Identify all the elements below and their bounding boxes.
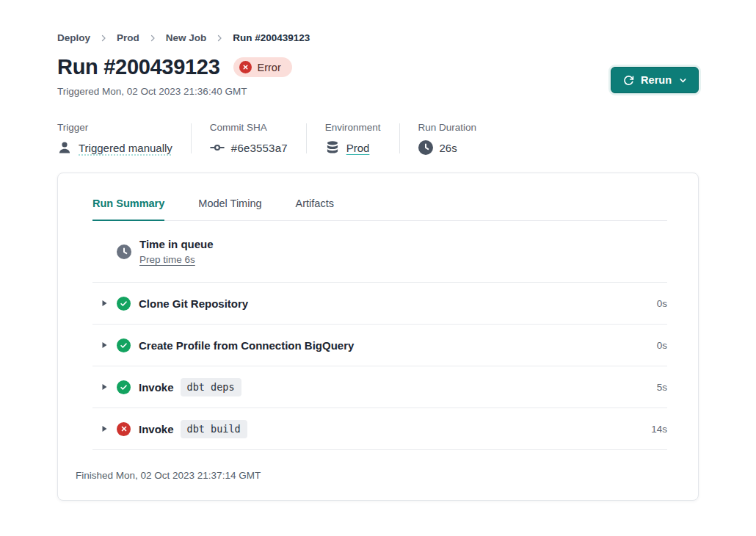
- clock-icon: [117, 245, 131, 259]
- queue-row: Time in queue Prep time 6s: [92, 221, 667, 283]
- person-icon: [57, 140, 72, 155]
- chevron-right-icon: [215, 34, 224, 43]
- meta-trigger-label: Trigger: [57, 122, 172, 133]
- refresh-icon: [623, 75, 634, 86]
- step-row-clone-git[interactable]: Clone Git Repository 0s: [92, 283, 667, 325]
- expand-caret-icon[interactable]: [100, 424, 109, 434]
- rerun-button[interactable]: Rerun: [611, 67, 699, 93]
- step-row-dbt-deps[interactable]: Invoke dbt deps 5s: [92, 366, 667, 408]
- command-chip: dbt deps: [181, 378, 241, 396]
- step-row-create-profile[interactable]: Create Profile from Connection BigQuery …: [92, 325, 667, 366]
- meta-duration: Run Duration 26s: [400, 122, 495, 155]
- run-meta-row: Trigger Triggered manually Commit SHA #6…: [57, 122, 699, 155]
- step-duration: 0s: [657, 298, 667, 309]
- step-duration: 5s: [657, 382, 667, 393]
- tab-bar: Run Summary Model Timing Artifacts: [92, 173, 667, 221]
- chevron-down-icon: [678, 76, 688, 85]
- rerun-button-label: Rerun: [641, 74, 672, 86]
- meta-environment: Environment Prod: [307, 122, 399, 155]
- run-detail-page: Deploy Prod New Job Run #200439123 Run #…: [0, 0, 756, 536]
- status-badge-label: Error: [258, 62, 281, 73]
- tab-artifacts[interactable]: Artifacts: [296, 198, 334, 220]
- expand-caret-icon[interactable]: [100, 298, 109, 308]
- success-check-icon: [117, 380, 131, 394]
- success-check-icon: [117, 297, 131, 311]
- meta-commit: Commit SHA #6e3553a7: [192, 122, 306, 155]
- breadcrumb-new-job[interactable]: New Job: [166, 32, 207, 43]
- meta-trigger: Trigger Triggered manually: [57, 122, 191, 155]
- expand-caret-icon[interactable]: [100, 340, 109, 350]
- step-title: Invoke: [139, 381, 174, 394]
- queue-title: Time in queue: [139, 238, 214, 250]
- run-duration-value: 26s: [440, 142, 457, 154]
- commit-sha-value: #6e3553a7: [231, 142, 288, 154]
- breadcrumb-deploy[interactable]: Deploy: [57, 32, 90, 43]
- breadcrumb-prod[interactable]: Prod: [117, 32, 139, 43]
- success-check-icon: [117, 338, 131, 352]
- environment-link[interactable]: Prod: [346, 142, 370, 154]
- page-title: Run #200439123: [57, 55, 220, 79]
- prep-time-link[interactable]: Prep time 6s: [139, 254, 195, 265]
- meta-duration-label: Run Duration: [418, 122, 477, 133]
- command-chip: dbt build: [181, 420, 247, 438]
- expand-caret-icon[interactable]: [100, 382, 109, 392]
- tab-model-timing[interactable]: Model Timing: [198, 198, 261, 220]
- status-badge: Error: [233, 57, 292, 77]
- step-title: Invoke: [139, 423, 174, 435]
- breadcrumb: Deploy Prod New Job Run #200439123: [57, 0, 699, 43]
- chevron-right-icon: [99, 34, 108, 43]
- step-title: Create Profile from Connection BigQuery: [139, 339, 354, 352]
- chevron-right-icon: [148, 34, 157, 43]
- step-duration: 14s: [651, 424, 667, 435]
- step-duration: 0s: [657, 340, 667, 351]
- tab-run-summary[interactable]: Run Summary: [92, 198, 164, 221]
- meta-environment-label: Environment: [325, 122, 381, 133]
- meta-commit-label: Commit SHA: [210, 122, 288, 133]
- step-row-dbt-build[interactable]: Invoke dbt build 14s: [92, 408, 667, 450]
- git-commit-icon: [210, 140, 225, 155]
- error-circle-icon: [117, 422, 131, 436]
- error-circle-icon: [239, 61, 252, 73]
- finished-timestamp: Finished Mon, 02 Oct 2023 21:37:14 GMT: [58, 450, 698, 500]
- database-icon: [325, 140, 340, 155]
- step-title: Clone Git Repository: [139, 297, 248, 310]
- run-summary-card: Run Summary Model Timing Artifacts Time …: [57, 173, 699, 501]
- header-row: Run #200439123 Error: [57, 55, 699, 79]
- breadcrumb-current-run: Run #200439123: [233, 32, 310, 43]
- triggered-timestamp: Triggered Mon, 02 Oct 2023 21:36:40 GMT: [57, 86, 699, 97]
- clock-icon: [418, 140, 433, 155]
- trigger-value[interactable]: Triggered manually: [79, 142, 172, 154]
